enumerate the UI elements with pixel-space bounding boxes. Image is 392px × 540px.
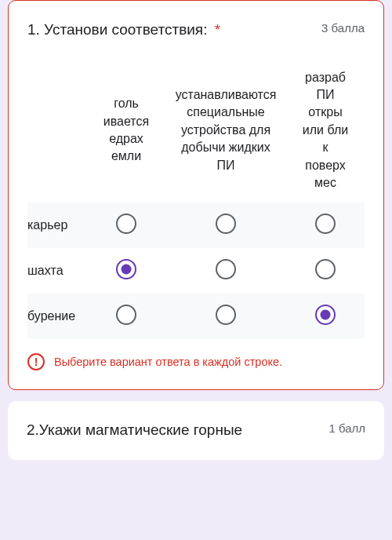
question-1-title-text: 1. Установи соответствия: bbox=[27, 21, 207, 38]
grid-row-карьер: карьер bbox=[27, 202, 365, 248]
radio-шахта-col0[interactable] bbox=[116, 259, 136, 279]
grid-row-label: карьер bbox=[27, 202, 120, 248]
error-message-row: ! Выберите вариант ответа в каждой строк… bbox=[9, 353, 383, 370]
grid-col-header: разраб ПИ откры или бли к поверх мес bbox=[286, 58, 365, 203]
grid-col-header: устанавливаются специальные устройства д… bbox=[165, 58, 286, 203]
question-2-card: 2.Укажи магматические горные 1 балл bbox=[8, 401, 384, 460]
grid-header-row: голь ивается едрах емли устанавливаются … bbox=[27, 58, 365, 203]
radio-шахта-col2[interactable] bbox=[315, 259, 336, 279]
question-1-title: 1. Установи соответствия: * bbox=[27, 20, 220, 41]
error-icon: ! bbox=[27, 353, 45, 370]
grid-row-бурение: бурение bbox=[27, 294, 365, 339]
radio-карьер-col2[interactable] bbox=[315, 213, 336, 234]
radio-бурение-col2[interactable] bbox=[315, 305, 336, 325]
radio-карьер-col1[interactable] bbox=[216, 213, 236, 234]
radio-бурение-col0[interactable] bbox=[116, 305, 136, 325]
matching-grid: голь ивается едрах емли устанавливаются … bbox=[9, 58, 383, 340]
grid-corner-cell bbox=[27, 58, 120, 203]
grid-row-label: шахта bbox=[27, 248, 120, 294]
grid-row-label: бурение bbox=[27, 294, 120, 339]
radio-шахта-col1[interactable] bbox=[216, 259, 236, 279]
question-2-title: 2.Укажи магматические горные bbox=[27, 420, 242, 441]
error-text: Выберите вариант ответа в каждой строке. bbox=[54, 356, 282, 368]
grid-row-шахта: шахта bbox=[27, 248, 365, 294]
radio-карьер-col0[interactable] bbox=[116, 213, 136, 234]
radio-бурение-col1[interactable] bbox=[216, 305, 236, 325]
question-1-card: 1. Установи соответствия: * 3 балла голь… bbox=[8, 0, 384, 390]
question-2-points: 1 балл bbox=[328, 420, 365, 435]
question-1-header: 1. Установи соответствия: * 3 балла bbox=[9, 20, 383, 41]
question-1-points: 3 балла bbox=[321, 20, 365, 35]
grid-scroll-region[interactable]: голь ивается едрах емли устанавливаются … bbox=[27, 58, 365, 340]
required-asterisk: * bbox=[215, 21, 220, 38]
